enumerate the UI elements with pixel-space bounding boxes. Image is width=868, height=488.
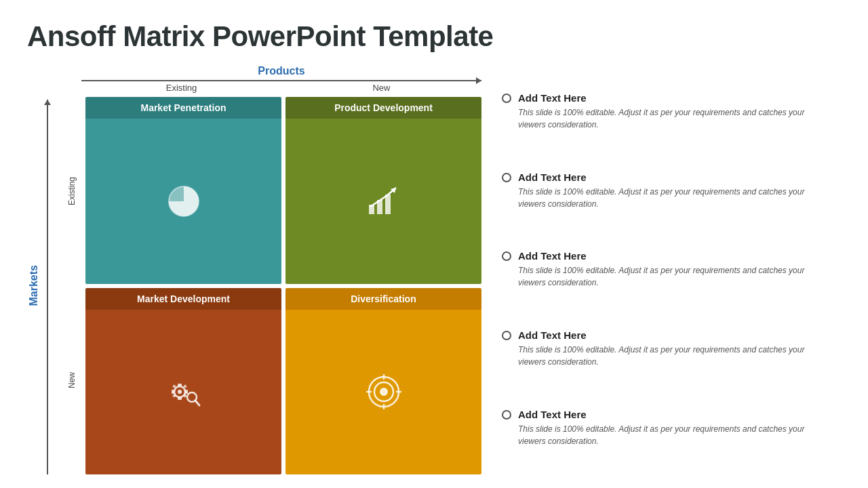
text-item-content-1: Add Text Here This slide is 100% editabl… [518,171,823,210]
row-labels-col: Existing New [58,97,85,474]
col-label-existing: Existing [81,83,281,93]
cell-pd-header: Product Development [285,97,481,119]
svg-point-6 [178,390,182,394]
products-axis-line [27,80,481,81]
markets-axis-label: Markets [28,265,40,306]
bullet-circle-4 [502,410,511,420]
text-item-content-3: Add Text Here This slide is 100% editabl… [518,329,823,368]
products-axis-label: Products [27,65,481,77]
text-item-content-2: Add Text Here This slide is 100% editabl… [518,250,823,289]
text-item-desc-2: This slide is 100% editable. Adjust it a… [518,264,823,289]
col-label-new: New [281,83,481,93]
text-item-desc-0: This slide is 100% editable. Adjust it a… [518,106,823,131]
text-item-2: Add Text Here This slide is 100% editabl… [502,250,841,289]
markets-arrow [47,100,48,474]
matrix-container: Products Existing New Markets Existing [27,65,481,474]
svg-point-19 [380,388,388,396]
text-item-4: Add Text Here This slide is 100% editabl… [502,409,841,447]
markets-label-container: Markets [27,97,41,474]
row-label-new: New [58,286,85,475]
cell-div-body [285,310,481,475]
text-item-title-1: Add Text Here [518,171,823,183]
cell-div-header: Diversification [285,288,481,310]
bullet-circle-1 [502,173,511,182]
cell-mp-body [85,119,281,284]
bullet-circle-2 [502,251,511,261]
text-item-3: Add Text Here This slide is 100% editabl… [502,329,841,368]
matrix-grid: Market Penetration Product Dev [85,97,481,474]
svg-rect-9 [172,390,174,394]
bullet-circle-0 [502,94,511,103]
content-area: Products Existing New Markets Existing [27,65,841,474]
slide: Ansoff Matrix PowerPoint Template Produc… [0,0,868,488]
svg-rect-10 [185,390,188,394]
markets-axis-container [41,97,54,474]
text-item-desc-4: This slide is 100% editable. Adjust it a… [518,423,823,447]
col-labels: Existing New [27,83,481,93]
cell-market-penetration: Market Penetration [85,97,281,284]
cell-mp-header: Market Penetration [85,97,281,119]
cell-pd-body [285,119,481,284]
svg-rect-7 [178,384,182,386]
svg-rect-3 [385,195,391,214]
pie-chart-icon [163,181,204,222]
target-icon [363,371,404,412]
svg-line-16 [195,401,199,405]
text-item-content-0: Add Text Here This slide is 100% editabl… [518,92,823,131]
text-item-title-0: Add Text Here [518,92,823,104]
text-item-title-2: Add Text Here [518,250,823,262]
text-item-1: Add Text Here This slide is 100% editabl… [502,171,841,210]
text-item-desc-3: This slide is 100% editable. Adjust it a… [518,344,823,368]
text-item-0: Add Text Here This slide is 100% editabl… [502,92,841,131]
text-item-title-4: Add Text Here [518,409,823,420]
text-item-desc-1: This slide is 100% editable. Adjust it a… [518,186,823,210]
gear-search-icon [163,371,204,412]
cell-market-development: Market Development [85,288,281,475]
cell-diversification: Diversification [285,288,481,475]
bullet-circle-3 [502,331,511,340]
cell-md-header: Market Development [85,288,281,310]
text-content: Add Text Here This slide is 100% editabl… [502,65,841,474]
cell-md-body [85,310,281,475]
products-arrow [81,80,481,81]
text-item-content-4: Add Text Here This slide is 100% editabl… [518,409,823,447]
cell-product-development: Product Development [285,97,481,284]
growth-chart-icon [363,181,404,222]
slide-title: Ansoff Matrix PowerPoint Template [27,20,841,53]
row-label-existing: Existing [58,97,85,286]
matrix-body: Markets Existing New Market Pene [27,97,481,474]
text-item-title-3: Add Text Here [518,329,823,341]
svg-rect-8 [178,397,182,400]
